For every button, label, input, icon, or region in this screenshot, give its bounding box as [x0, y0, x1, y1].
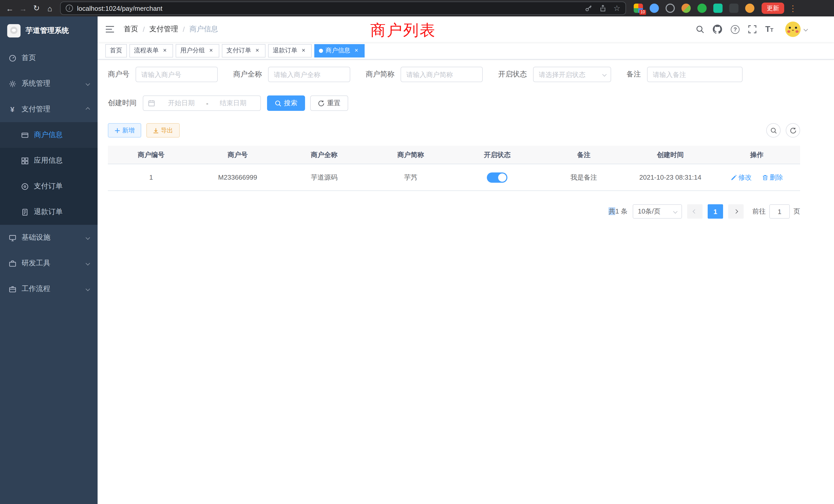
- cell-remark: 我是备注: [541, 173, 627, 182]
- browser-menu-icon[interactable]: ⋮: [788, 3, 797, 13]
- tab-home[interactable]: 首页: [105, 44, 127, 57]
- short-name-label: 商户简称: [366, 70, 400, 79]
- site-info-icon[interactable]: i: [66, 5, 73, 12]
- column-header: 商户简称: [368, 150, 454, 159]
- full-name-input[interactable]: [268, 67, 350, 82]
- address-bar-actions: ☆: [585, 4, 620, 13]
- extension-icon[interactable]: [713, 4, 723, 13]
- extension-icon[interactable]: [665, 4, 675, 13]
- sidebar-item-label: 工作流程: [22, 284, 50, 294]
- fullscreen-icon[interactable]: [748, 25, 756, 33]
- status-select[interactable]: [533, 67, 611, 82]
- breadcrumb-payment[interactable]: 支付管理: [150, 25, 178, 34]
- sidebar-item-app-info[interactable]: 应用信息: [0, 148, 97, 174]
- tab-close-icon[interactable]: ×: [161, 47, 169, 54]
- browser-reload-icon[interactable]: ↻: [30, 2, 43, 15]
- chevron-down-icon: [86, 235, 90, 240]
- table-toolbar: 新增 导出: [108, 123, 800, 138]
- sidebar-item-refund-order[interactable]: 退款订单: [0, 199, 97, 225]
- sidebar-item-label: 支付订单: [34, 182, 63, 191]
- breadcrumb-home[interactable]: 首页: [124, 25, 138, 34]
- table-row: 1 M233666999 芋道源码 芋艿 我是备注 2021-10-23 08:…: [108, 164, 800, 191]
- url-text[interactable]: localhost:1024/pay/merchant: [77, 4, 162, 12]
- next-page-button[interactable]: [728, 204, 744, 219]
- sidebar-item-dev-tools[interactable]: 研发工具: [0, 250, 97, 276]
- date-range-picker[interactable]: 开始日期 - 结束日期: [143, 95, 261, 111]
- sidebar-item-payment[interactable]: ¥ 支付管理: [0, 96, 97, 122]
- column-header: 备注: [541, 150, 627, 159]
- app-logo[interactable]: 芋道管理系统: [0, 17, 97, 45]
- refresh-button[interactable]: [786, 123, 800, 138]
- sidebar-item-label: 研发工具: [22, 259, 50, 268]
- extension-icon[interactable]: [650, 4, 659, 13]
- github-icon[interactable]: [713, 25, 722, 34]
- sidebar-item-pay-order[interactable]: 支付订单: [0, 174, 97, 199]
- hamburger-menu-icon[interactable]: [97, 26, 122, 33]
- bookmark-star-icon[interactable]: ☆: [613, 4, 620, 13]
- prev-page-button[interactable]: [687, 204, 703, 219]
- page-number-button[interactable]: 1: [708, 204, 723, 219]
- cell-full-name: 芋道源码: [281, 173, 368, 182]
- password-key-icon[interactable]: [585, 5, 592, 12]
- chevron-down-icon: [86, 261, 90, 266]
- extension-icon[interactable]: [697, 4, 707, 13]
- tab-label: 首页: [110, 46, 122, 55]
- add-button[interactable]: 新增: [108, 123, 141, 138]
- merchant-no-input[interactable]: [136, 67, 218, 82]
- status-toggle[interactable]: [487, 172, 508, 182]
- merchant-no-label: 商户号: [108, 70, 136, 79]
- address-bar[interactable]: i localhost:1024/pay/merchant ☆: [61, 2, 626, 14]
- edit-link[interactable]: 修改: [731, 173, 752, 182]
- tab-close-icon[interactable]: ×: [353, 47, 360, 54]
- browser-extensions: 10: [634, 4, 754, 13]
- delete-link[interactable]: 删除: [762, 173, 783, 182]
- tab-close-icon[interactable]: ×: [254, 47, 261, 54]
- share-icon[interactable]: [599, 5, 606, 12]
- credit-card-icon: [21, 131, 29, 139]
- column-header: 商户编号: [108, 150, 194, 159]
- browser-update-button[interactable]: 更新: [762, 3, 784, 14]
- page-size-select[interactable]: 10条/页: [633, 204, 682, 219]
- search-icon[interactable]: [696, 25, 704, 33]
- search-button[interactable]: 搜索: [267, 95, 305, 111]
- page-size-value: 10条/页: [638, 207, 660, 216]
- full-name-label: 商户全称: [233, 70, 268, 79]
- extension-badge: 10: [639, 10, 646, 15]
- user-menu[interactable]: [785, 22, 807, 37]
- tab-close-icon[interactable]: ×: [207, 47, 215, 54]
- tab-refund-order[interactable]: 退款订单 ×: [268, 44, 312, 57]
- reset-button[interactable]: 重置: [310, 95, 348, 111]
- chevron-down-icon: [673, 209, 678, 214]
- sidebar-item-system[interactable]: 系统管理: [0, 71, 97, 96]
- tab-close-icon[interactable]: ×: [300, 47, 307, 54]
- export-button[interactable]: 导出: [146, 123, 180, 138]
- avatar[interactable]: [785, 22, 800, 37]
- tab-pay-order[interactable]: 支付订单 ×: [222, 44, 265, 57]
- date-separator: -: [204, 99, 211, 107]
- top-navbar: 首页 / 支付管理 / 商户信息 ? TT: [97, 17, 834, 42]
- sidebar-item-infrastructure[interactable]: 基础设施: [0, 225, 97, 250]
- extension-icon[interactable]: [729, 4, 739, 13]
- tab-label: 用户分组: [180, 46, 205, 55]
- extension-icon[interactable]: 10: [634, 4, 643, 13]
- toggle-search-button[interactable]: [766, 123, 781, 138]
- tab-user-group[interactable]: 用户分组 ×: [176, 44, 219, 57]
- browser-back-icon[interactable]: ←: [3, 2, 17, 15]
- goto-page-input[interactable]: [769, 204, 790, 219]
- profile-avatar-icon[interactable]: [745, 4, 754, 13]
- help-icon[interactable]: ?: [731, 25, 740, 33]
- extension-icon[interactable]: [681, 4, 691, 13]
- sidebar-item-workflow[interactable]: 工作流程: [0, 276, 97, 302]
- tab-merchant-info[interactable]: 商户信息 ×: [314, 44, 365, 57]
- font-size-icon[interactable]: TT: [765, 25, 773, 33]
- short-name-input[interactable]: [400, 67, 483, 82]
- tab-process-form[interactable]: 流程表单 ×: [129, 44, 173, 57]
- sidebar-item-label: 系统管理: [22, 79, 50, 88]
- browser-forward-icon[interactable]: →: [17, 2, 30, 15]
- column-header: 操作: [714, 150, 800, 159]
- sidebar-item-merchant-info[interactable]: 商户信息: [0, 122, 97, 148]
- browser-home-icon[interactable]: ⌂: [43, 2, 57, 15]
- date-end-placeholder: 结束日期: [210, 98, 256, 108]
- sidebar-item-home[interactable]: 首页: [0, 45, 97, 71]
- remark-input[interactable]: [647, 67, 743, 82]
